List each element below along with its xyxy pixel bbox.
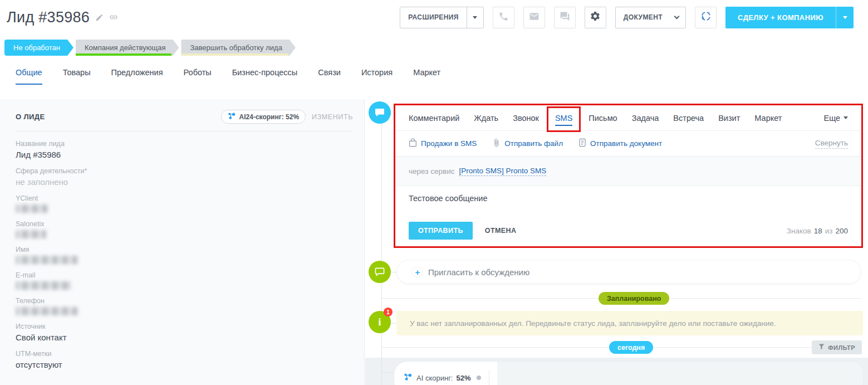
avatar-wrap: + xyxy=(403,264,419,280)
activity-tab-meeting[interactable]: Встреча xyxy=(673,114,704,123)
planned-badge: Запланировано xyxy=(599,292,669,305)
sms-toolbar: Продажи в SMS Отправить файл Отправить д… xyxy=(395,131,861,157)
tab-market[interactable]: Маркет xyxy=(413,68,440,85)
lead-details-panel: О ЛИДЕ AI24-скоринг: 52% ИЗМЕНИТЬ Назван… xyxy=(0,99,365,385)
ai-scoring-badge[interactable]: AI24-скоринг: 52% xyxy=(221,110,306,124)
timeline: Комментарий Ждать Звонок SMS Письмо Зада… xyxy=(365,99,868,385)
ai-scoring-label: AI скоринг: xyxy=(416,374,453,382)
comment-bubble-icon xyxy=(369,101,391,124)
tab-offers[interactable]: Предложения xyxy=(111,68,163,85)
pipeline-stage-company-active[interactable]: Компания действующая xyxy=(76,40,179,56)
stage-underline-green xyxy=(76,53,171,56)
redacted-value xyxy=(16,230,46,238)
activity-tab-wait[interactable]: Ждать xyxy=(474,114,498,123)
settings-gear-icon xyxy=(590,11,601,24)
field-utm: UTM-метки отсутствуют xyxy=(16,350,349,370)
today-badge[interactable]: сегодня xyxy=(609,341,653,354)
service-provider-link[interactable]: [Pronto SMS] Pronto SMS xyxy=(459,167,546,176)
activity-tab-call[interactable]: Звонок xyxy=(513,114,539,123)
activity-tab-letter[interactable]: Письмо xyxy=(589,114,617,123)
topbar: Лид #35986 РАСШИРЕНИЯ xyxy=(0,0,868,35)
char-max: 200 xyxy=(835,227,848,235)
filter-button[interactable]: ФИЛЬТР xyxy=(812,340,862,354)
send-document-link[interactable]: Отправить документ xyxy=(578,138,662,149)
lead-panel-header: О ЛИДЕ AI24-скоринг: 52% ИЗМЕНИТЬ xyxy=(0,99,364,131)
redacted-value xyxy=(16,281,71,290)
mail-icon xyxy=(529,11,540,24)
link-chain-icon[interactable] xyxy=(109,13,118,22)
cancel-button[interactable]: ОТМЕНА xyxy=(485,227,517,235)
stage-underline-yellow xyxy=(181,53,288,56)
ai-molecule-icon xyxy=(228,112,236,121)
connector xyxy=(381,372,394,373)
activity-tab-sms[interactable]: SMS xyxy=(547,106,581,132)
edit-link[interactable]: ИЗМЕНИТЬ xyxy=(312,113,353,121)
service-label: через сервис xyxy=(409,167,454,176)
activity-more-dropdown[interactable]: Еще xyxy=(823,114,848,123)
activity-tab-task[interactable]: Задача xyxy=(632,114,659,123)
char-count: 18 xyxy=(814,227,822,235)
mail-button[interactable] xyxy=(523,7,545,28)
sms-message-input[interactable]: Тестовое сообщение xyxy=(395,186,861,215)
chat-icon xyxy=(560,11,570,24)
document-icon xyxy=(578,138,586,149)
activity-tabs: Комментарий Ждать Звонок SMS Письмо Зада… xyxy=(395,105,861,131)
ai-pill-divider xyxy=(489,370,489,385)
tab-links[interactable]: Связи xyxy=(318,68,341,85)
document-button[interactable]: ДОКУМЕНТ xyxy=(615,7,686,28)
shopping-bag-icon xyxy=(409,138,417,149)
chat-button[interactable] xyxy=(554,7,576,28)
send-button[interactable]: ОТПРАВИТЬ xyxy=(409,222,473,240)
deal-company-dropdown-caret[interactable] xyxy=(836,7,854,28)
tab-general[interactable]: Общие xyxy=(16,68,42,85)
header-actions: РАСШИРЕНИЯ ДОКУМЕНТ xyxy=(400,7,854,28)
tab-robots[interactable]: Роботы xyxy=(184,68,212,85)
chevron-down-icon xyxy=(674,13,680,19)
lead-fields: Название лида Лид #35986 Сфера деятельно… xyxy=(0,131,364,370)
settings-button[interactable] xyxy=(585,7,606,28)
notification-count-badge: 1 xyxy=(384,308,393,316)
extensions-dropdown-caret[interactable] xyxy=(467,7,483,28)
add-user-plus-icon[interactable]: + xyxy=(413,267,423,277)
field-yclient: YClient xyxy=(16,194,349,213)
redacted-value xyxy=(16,256,78,264)
fullscreen-sync-button[interactable] xyxy=(695,7,717,28)
tab-business-processes[interactable]: Бизнес-процессы xyxy=(232,68,298,85)
main-tabs: Общие Товары Предложения Роботы Бизнес-п… xyxy=(16,68,440,85)
tab-products[interactable]: Товары xyxy=(63,68,91,85)
paperclip-icon xyxy=(492,138,501,149)
field-lead-name: Название лида Лид #35986 xyxy=(16,140,349,160)
pipeline-stage-finish[interactable]: Завершить обработку лида xyxy=(181,40,295,56)
discussion-bubble-icon xyxy=(369,261,391,283)
activity-tab-comment[interactable]: Комментарий xyxy=(409,114,459,123)
sms-sales-link[interactable]: Продажи в SMS xyxy=(409,138,477,149)
sync-arrows-icon xyxy=(700,11,712,24)
ai-scoring-value: 52% xyxy=(456,374,470,382)
redacted-value xyxy=(16,204,48,213)
edit-pencil-icon[interactable] xyxy=(95,13,104,22)
connector xyxy=(391,323,396,324)
extensions-button[interactable]: РАСШИРЕНИЯ xyxy=(400,7,484,28)
activity-tab-market[interactable]: Маркет xyxy=(754,114,782,123)
collapse-link[interactable]: Свернуть xyxy=(815,139,848,149)
pipeline-stage-current[interactable]: Не обработан xyxy=(4,40,73,56)
char-counter: Знаков 18 из 200 xyxy=(787,227,848,235)
section-title: О ЛИДЕ xyxy=(16,113,45,121)
deal-company-button[interactable]: СДЕЛКУ + КОМПАНИЮ xyxy=(725,7,854,28)
no-planned-tasks-alert: У вас нет запланированных дел. Передвинь… xyxy=(396,311,863,335)
attach-file-link[interactable]: Отправить файл xyxy=(492,138,563,149)
tab-history[interactable]: История xyxy=(361,68,393,85)
field-salonetix: Salonetix xyxy=(16,220,349,238)
title-row: Лид #35986 xyxy=(7,9,118,26)
field-source: Источник Свой контакт xyxy=(16,323,349,343)
sms-service-row: через сервис [Pronto SMS] Pronto SMS xyxy=(395,157,861,186)
lead-page: Лид #35986 РАСШИРЕНИЯ xyxy=(0,0,868,385)
field-phone: Телефон xyxy=(16,297,349,315)
connector xyxy=(391,272,396,272)
ai-pill-rest xyxy=(497,362,863,385)
ai-scoring-row[interactable]: AI скоринг: 52% xyxy=(394,361,864,385)
invite-discussion-pill[interactable]: + Пригласить к обсуждению xyxy=(396,260,861,284)
activity-tab-visit[interactable]: Визит xyxy=(718,114,740,123)
status-pipeline: Не обработан Компания действующая Заверш… xyxy=(4,40,298,56)
phone-button[interactable] xyxy=(493,7,514,28)
